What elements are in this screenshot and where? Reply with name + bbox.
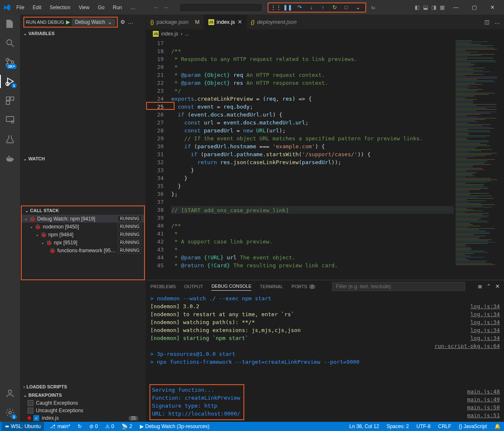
panel-tab-debugconsole[interactable]: DEBUG CONSOLE [211, 282, 251, 291]
status-errors[interactable]: ⊘ 0 [88, 423, 99, 429]
bp-caught[interactable]: Caught Exceptions [20, 399, 146, 407]
callstack-row[interactable]: ⌄🐞npm [9484]RUNNING [22, 231, 144, 238]
menu-run[interactable]: Run [110, 3, 125, 12]
svg-point-0 [7, 40, 12, 45]
panel-tab-output[interactable]: OUTPUT [184, 282, 203, 291]
panel-filter-input[interactable] [332, 282, 465, 291]
js-icon: JS [153, 31, 159, 37]
panel-tab-ports[interactable]: PORTS2 [291, 282, 315, 291]
editor[interactable]: 1718192021222324252627282930313233343536… [146, 38, 504, 280]
callstack-row[interactable]: ⌄🐞Debug Watch: npm [9419]RUNNING [22, 215, 144, 223]
tab-index-js[interactable]: JSindex.js✕ [204, 15, 247, 29]
minimap[interactable] [454, 38, 504, 280]
variables-section[interactable]: ⌄VARIABLES [20, 29, 146, 38]
nav-back-icon[interactable]: ← [153, 4, 159, 10]
debug-more-icon[interactable]: … [128, 19, 133, 25]
bp-uncaught[interactable]: Uncaught Exceptions [20, 407, 146, 414]
status-remote[interactable]: ⬌WSL: Ubuntu [2, 422, 44, 431]
activity-bar: 1K+ 1 1 [0, 15, 20, 422]
close-icon[interactable]: ✕ [238, 19, 242, 25]
files-icon[interactable] [5, 19, 15, 29]
status-bell-icon[interactable]: 🔔 [493, 423, 502, 429]
search-icon[interactable] [5, 38, 15, 48]
layout-bottom-icon[interactable]: ⬓ [423, 4, 428, 10]
window-max-icon[interactable]: ▢ [466, 2, 483, 13]
extensions-icon[interactable] [5, 96, 15, 106]
status-debug[interactable]: ▶Debug Watch (3p-resources) [138, 423, 211, 429]
remote-explorer-icon[interactable] [5, 115, 15, 125]
editor-tabs: {}package.json M JSindex.js✕ {}deploymen… [146, 15, 504, 29]
svg-point-15 [8, 390, 12, 393]
js-icon: JS [208, 19, 214, 25]
panel-tab-problems[interactable]: PROBLEMS [150, 282, 176, 291]
menu-go[interactable]: Go [95, 3, 107, 12]
bp-file[interactable]: ✓index.js25 [20, 414, 146, 422]
pause-icon[interactable]: ❚❚ [284, 4, 291, 11]
svg-rect-6 [6, 97, 10, 100]
step-out-icon[interactable]: ↑ [319, 4, 326, 11]
loaded-scripts-section[interactable]: ›LOADED SCRIPTS [20, 383, 146, 391]
nav-fwd-icon[interactable]: → [163, 4, 168, 10]
watch-section[interactable]: ⌄WATCH [20, 155, 146, 163]
status-lang[interactable]: {} JavaScript [457, 423, 489, 429]
status-branch[interactable]: ⎇main* [48, 423, 72, 429]
status-sync[interactable]: ↻ [76, 423, 84, 429]
panel-collapse-icon[interactable]: ⌃ [486, 283, 491, 289]
layout-left-icon[interactable]: ◧ [415, 4, 420, 10]
command-center[interactable] [179, 3, 263, 12]
callstack-row[interactable]: ⌄🐞npx [9519]RUNNING [22, 238, 144, 246]
menu-view[interactable]: View [76, 3, 92, 12]
test-icon[interactable] [5, 134, 15, 144]
step-over-icon[interactable]: ↷ [296, 4, 303, 11]
tab-package-json[interactable]: {}package.json M [146, 15, 204, 29]
debug-target-chevron-icon[interactable]: ⌄ [355, 4, 361, 11]
json-icon: {} [150, 19, 154, 25]
status-lncol[interactable]: Ln 38, Col 12 [348, 423, 381, 429]
layout-customize-icon[interactable]: ▦ [440, 4, 445, 10]
status-bar: ⬌WSL: Ubuntu ⎇main* ↻ ⊘ 0 ⚠ 0 📡2 ▶Debug … [0, 422, 504, 431]
debug-gear-icon[interactable]: ⚙ [120, 19, 125, 25]
serving-box: Serving function...Function: createLinkP… [149, 384, 244, 420]
callstack-section[interactable]: ⌄CALL STACK [22, 206, 144, 215]
restart-icon[interactable]: ↻ [331, 4, 338, 11]
svg-point-16 [9, 411, 11, 414]
breadcrumb[interactable]: JS index.js › ... [146, 29, 504, 38]
callstack-row[interactable]: ⌄🐞nodemon [9450]RUNNING [22, 223, 144, 231]
svg-point-10 [11, 121, 14, 123]
menu-edit[interactable]: Edit [30, 3, 44, 12]
start-debug-icon[interactable]: ▶ [66, 19, 70, 25]
status-ports[interactable]: 📡2 [120, 423, 134, 429]
debug-drag-icon[interactable]: ⋮⋮ [273, 4, 279, 11]
scm-icon[interactable]: 1K+ [5, 57, 15, 67]
breakpoints-section[interactable]: ⌄BREAKPOINTS [20, 391, 146, 399]
split-editor-icon[interactable]: ◫ [484, 19, 489, 25]
debug-config-dropdown[interactable]: Debug Watch⌄ [72, 18, 115, 26]
title-hint: tu [371, 5, 375, 10]
account-icon[interactable] [5, 388, 15, 398]
status-warnings[interactable]: ⚠ 0 [104, 423, 116, 429]
panel-clear-icon[interactable]: ≣ [478, 283, 482, 289]
stop-icon[interactable]: □ [343, 4, 350, 11]
vscode-logo-icon [3, 4, 11, 11]
status-enc[interactable]: UTF-8 [415, 423, 432, 429]
debug-toolbar: ⋮⋮ ❚❚ ↷ ↓ ↑ ↻ □ ⌄ [268, 3, 366, 13]
menu-more[interactable]: … [127, 3, 138, 12]
layout-right-icon[interactable]: ◨ [431, 4, 436, 10]
panel-close-icon[interactable]: ✕ [495, 283, 500, 289]
menu-selection[interactable]: Selection [47, 3, 73, 12]
step-into-icon[interactable]: ↓ [308, 4, 314, 11]
docker-icon[interactable] [5, 153, 15, 163]
status-spaces[interactable]: Spaces: 2 [385, 423, 410, 429]
tab-deployment-json[interactable]: {}deployment.json [247, 15, 301, 29]
menu-file[interactable]: File [13, 3, 27, 12]
run-debug-icon[interactable]: 1 [5, 76, 15, 86]
svg-rect-8 [6, 101, 10, 104]
editor-more-icon[interactable]: … [494, 19, 500, 25]
run-debug-label: RUN AND DEBUG [26, 20, 64, 25]
callstack-row[interactable]: 🐞functions-framework [954…RUNNING [22, 246, 144, 254]
settings-gear-icon[interactable]: 1 [5, 408, 15, 418]
panel-tab-terminal[interactable]: TERMINAL [260, 282, 283, 291]
window-min-icon[interactable]: — [447, 2, 464, 13]
status-eol[interactable]: CRLF [436, 423, 453, 429]
window-close-icon[interactable]: ✕ [484, 2, 501, 13]
